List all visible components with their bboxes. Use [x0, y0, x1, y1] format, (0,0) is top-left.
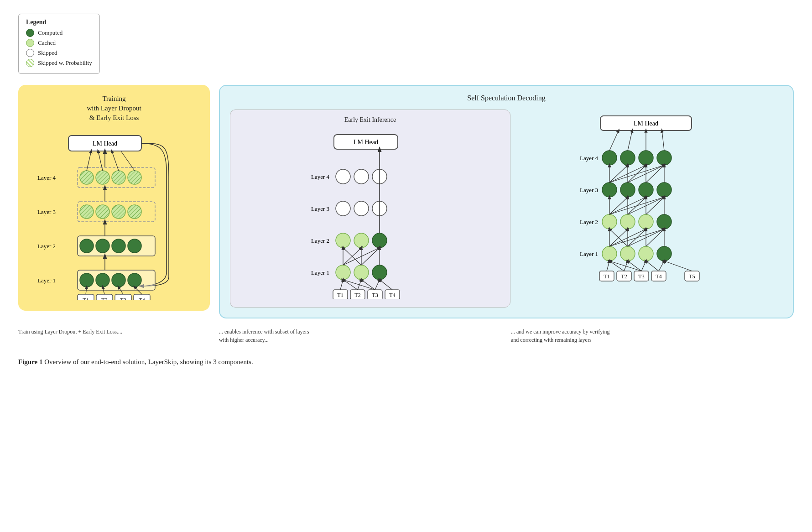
svg-text:T2: T2 [101, 297, 107, 300]
svg-text:T4: T4 [656, 273, 661, 280]
early-exit-diagram: LM Head Layer 4 Layer 3 Layer 2 [307, 130, 434, 299]
caption-verification: ... and we can improve accuracy by verif… [511, 328, 794, 344]
legend-title: Legend [26, 19, 92, 26]
svg-point-13 [112, 205, 125, 219]
svg-text:T1: T1 [604, 273, 609, 280]
captions-row: Train using Layer Dropout + Early Exit L… [18, 328, 794, 344]
svg-point-12 [96, 205, 109, 219]
svg-point-103 [620, 214, 635, 229]
svg-point-6 [112, 171, 125, 184]
svg-text:T3: T3 [638, 273, 644, 280]
svg-point-110 [657, 246, 671, 261]
legend-label-computed: Computed [38, 29, 62, 37]
speculation-title: Self Speculation Decoding [230, 94, 783, 102]
svg-text:Layer 2: Layer 2 [579, 219, 598, 225]
svg-line-80 [380, 280, 392, 290]
svg-text:LM Head: LM Head [93, 140, 117, 147]
svg-point-26 [96, 273, 109, 287]
svg-text:T4: T4 [389, 292, 395, 298]
svg-point-99 [639, 183, 653, 197]
svg-point-51 [336, 169, 350, 184]
legend-item-skipped-prob: Skipped w. Probability [26, 59, 92, 67]
svg-point-52 [354, 169, 369, 184]
svg-point-105 [657, 214, 671, 229]
main-content: Trainingwith Layer Dropout& Early Exit L… [18, 85, 794, 318]
svg-line-164 [662, 130, 664, 151]
svg-point-28 [128, 273, 141, 287]
svg-point-20 [112, 239, 125, 253]
svg-text:Layer 4: Layer 4 [579, 155, 598, 162]
svg-text:T5: T5 [689, 273, 695, 280]
svg-point-4 [80, 171, 94, 184]
svg-line-161 [609, 130, 619, 151]
figure-caption-text: Overview of our end-to-end solution, Lay… [44, 358, 253, 365]
training-title: Trainingwith Layer Dropout& Early Exit L… [28, 94, 200, 123]
svg-text:Layer 4: Layer 4 [311, 173, 329, 180]
svg-point-102 [602, 214, 617, 229]
svg-line-122 [609, 261, 624, 271]
skipped-icon [26, 49, 34, 57]
svg-point-107 [602, 246, 617, 261]
svg-point-27 [112, 273, 125, 287]
svg-point-14 [128, 205, 141, 219]
svg-point-63 [336, 265, 350, 280]
svg-line-128 [659, 261, 664, 271]
svg-point-97 [602, 183, 617, 197]
svg-text:Layer 2: Layer 2 [37, 243, 56, 250]
svg-text:T1: T1 [337, 292, 343, 298]
svg-point-93 [620, 151, 635, 165]
svg-line-75 [343, 280, 358, 290]
svg-point-92 [602, 151, 617, 165]
svg-point-25 [80, 273, 94, 287]
svg-line-79 [375, 280, 380, 290]
svg-point-18 [80, 239, 94, 253]
svg-point-19 [96, 239, 109, 253]
cached-icon [26, 39, 34, 47]
verification-diagram: LM Head Layer 4 Layer 3 Layer 2 [573, 111, 728, 289]
svg-line-139 [646, 229, 664, 246]
figure-caption: Figure 1 Overview of our end-to-end solu… [18, 357, 794, 367]
svg-line-149 [646, 197, 664, 214]
svg-line-146 [628, 197, 646, 214]
svg-point-95 [657, 151, 671, 165]
legend-label-cached: Cached [38, 39, 56, 47]
speculation-inner: Early Exit Inference LM Head Layer 4 [230, 110, 783, 308]
svg-point-7 [128, 171, 141, 184]
svg-text:T2: T2 [354, 292, 360, 298]
svg-text:T3: T3 [372, 292, 378, 298]
legend-label-skipped-prob: Skipped w. Probability [38, 59, 92, 67]
svg-point-21 [128, 239, 141, 253]
svg-line-126 [641, 261, 646, 271]
svg-point-100 [657, 183, 671, 197]
svg-point-108 [620, 246, 635, 261]
svg-point-60 [354, 233, 369, 248]
training-box: Trainingwith Layer Dropout& Early Exit L… [18, 85, 210, 311]
computed-icon [26, 29, 34, 37]
svg-line-121 [607, 261, 609, 271]
svg-text:Layer 1: Layer 1 [311, 269, 329, 276]
training-diagram: LM Head Layer 4 Layer 3 [32, 131, 196, 300]
svg-text:Layer 3: Layer 3 [579, 187, 598, 193]
svg-text:Layer 2: Layer 2 [311, 237, 329, 244]
svg-line-124 [609, 261, 641, 271]
svg-point-55 [336, 201, 350, 216]
early-exit-box: Early Exit Inference LM Head Layer 4 [230, 110, 510, 308]
svg-line-162 [628, 130, 632, 151]
speculation-box: Self Speculation Decoding Early Exit Inf… [219, 85, 794, 318]
svg-point-94 [639, 151, 653, 165]
svg-point-65 [372, 265, 387, 280]
svg-point-11 [80, 205, 94, 219]
svg-line-152 [609, 165, 628, 183]
svg-point-104 [639, 214, 653, 229]
legend-label-skipped: Skipped [38, 49, 57, 57]
svg-point-59 [336, 233, 350, 248]
svg-text:LM Head: LM Head [353, 139, 378, 146]
svg-text:Layer 1: Layer 1 [37, 277, 56, 284]
legend-item-computed: Computed [26, 29, 92, 37]
svg-text:T1: T1 [83, 297, 88, 300]
svg-text:Layer 1: Layer 1 [579, 250, 598, 257]
svg-point-56 [354, 201, 369, 216]
legend-item-cached: Cached [26, 39, 92, 47]
svg-line-127 [646, 261, 659, 271]
svg-text:LM Head: LM Head [633, 120, 658, 127]
